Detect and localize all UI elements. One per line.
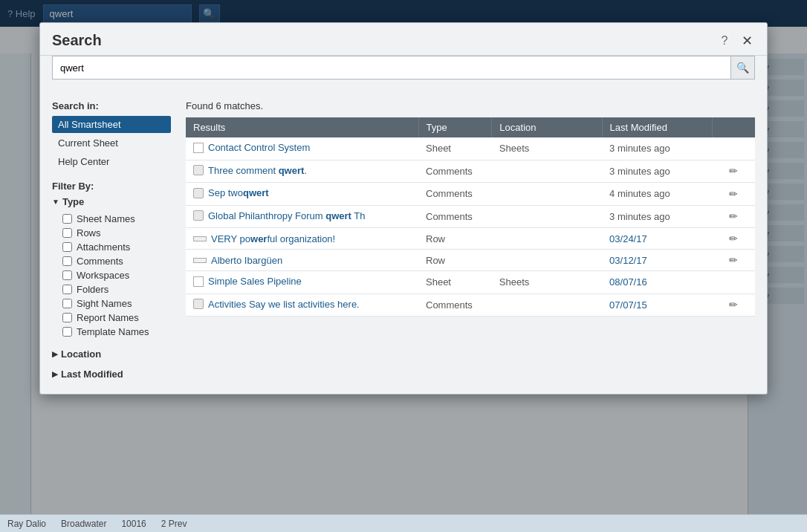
location-cell [492,228,602,250]
result-link[interactable]: Three comment qwert. [208,165,307,176]
checkbox-sheet-names[interactable] [62,214,72,224]
search-in-all-smartsheet[interactable]: All Smartsheet [52,116,171,133]
type-cell: Comments [418,205,492,228]
checkbox-report-names[interactable] [62,313,72,322]
filter-sheet-names[interactable]: Sheet Names [52,212,171,226]
action-cell[interactable]: ✏ [712,205,755,228]
filter-attachments[interactable]: Attachments [52,240,171,254]
table-row: Contact Control System Sheet Sheets 3 mi… [186,137,755,160]
date-cell: 07/07/15 [602,293,712,317]
search-in-current-sheet[interactable]: Current Sheet [52,134,171,152]
action-cell[interactable]: ✏ [712,293,755,317]
location-cell: Sheets [492,137,602,160]
sight-names-label: Sight Names [77,298,132,309]
modal-help-button[interactable]: ? [716,33,733,49]
edit-button[interactable]: ✏ [729,299,738,311]
result-cell: Three comment qwert. [186,160,418,183]
date-cell: 03/24/17 [602,228,712,250]
row-icon [193,236,207,241]
filter-location-header[interactable]: ▶ Location [52,346,171,362]
result-link[interactable]: Sep twoqwert [208,187,269,198]
bottom-name: Ray Dalio [7,519,46,529]
action-cell [712,271,755,294]
type-cell: Sheet [418,137,492,160]
results-panel: Found 6 matches. Results Type Location L… [186,100,755,382]
edit-button[interactable]: ✏ [729,188,738,200]
location-cell [492,293,602,317]
checkbox-rows[interactable] [62,228,72,238]
location-cell [492,160,602,183]
filter-type-header[interactable]: ▼ Type [52,196,171,207]
date-cell: 08/07/16 [602,271,712,294]
modal-close-button[interactable]: ✕ [739,33,755,49]
checkbox-sight-names[interactable] [62,299,72,308]
col-header-results: Results [186,117,418,137]
filter-folders[interactable]: Folders [52,282,171,296]
type-cell: Row [418,228,492,250]
sheet-icon [193,276,204,287]
result-cell: Simple Sales Pipeline [186,271,418,294]
date-cell: 3 minutes ago [602,137,712,160]
filter-type-items: Sheet Names Rows Attachments Comments [52,212,171,339]
checkbox-workspaces[interactable] [62,270,72,280]
checkbox-comments[interactable] [62,256,72,266]
type-cell: Sheet [418,271,492,294]
type-cell: Comments [418,293,492,317]
checkbox-folders[interactable] [62,285,72,294]
modal-overlay: Search ? ✕ 🔍 Search in: All Smartsheet C… [0,0,807,532]
result-link[interactable]: Alberto Ibargüen [211,255,282,266]
search-icon: 🔍 [736,62,749,74]
action-cell[interactable]: ✏ [712,183,755,206]
filter-template-names[interactable]: Template Names [52,325,171,339]
row-icon [193,258,207,263]
action-cell[interactable]: ✏ [712,250,755,271]
template-names-label: Template Names [77,326,149,337]
filter-workspaces[interactable]: Workspaces [52,268,171,282]
filter-rows[interactable]: Rows [52,226,171,240]
edit-button[interactable]: ✏ [729,165,738,177]
table-row: VERY powerful organization! Row 03/24/17… [186,228,755,250]
type-cell: Comments [418,183,492,206]
location-cell [492,183,602,206]
bottom-code: 10016 [121,519,146,529]
attachments-label: Attachments [77,241,130,253]
result-link[interactable]: VERY powerful organization! [211,233,335,244]
type-cell: Row [418,250,492,271]
result-link[interactable]: Activities Say we list activities here. [208,299,360,310]
search-in-help-center[interactable]: Help Center [52,153,171,170]
workspaces-label: Workspaces [77,270,129,281]
result-cell: Contact Control System [186,137,418,160]
comments-label: Comments [77,256,123,267]
date-cell: 3 minutes ago [602,205,712,228]
table-row: Alberto Ibargüen Row 03/12/17 ✏ [186,250,755,271]
action-cell[interactable]: ✏ [712,228,755,250]
col-header-last-modified: Last Modified [602,117,712,137]
result-link[interactable]: Global Philanthropy Forum qwert Th [208,210,365,221]
checkbox-template-names[interactable] [62,327,72,337]
search-input[interactable] [52,56,731,80]
type-cell: Comments [418,160,492,183]
folders-label: Folders [77,284,108,295]
result-link[interactable]: Contact Control System [208,142,310,153]
edit-button[interactable]: ✏ [729,210,738,222]
filter-last-modified-header[interactable]: ▶ Last Modified [52,366,171,382]
table-row: Three comment qwert. Comments 3 minutes … [186,160,755,183]
filter-report-names[interactable]: Report Names [52,311,171,325]
comment-icon [193,188,204,198]
filter-sight-names[interactable]: Sight Names [52,296,171,311]
edit-button[interactable]: ✏ [729,233,738,244]
table-row: Activities Say we list activities here. … [186,293,755,317]
search-submit-button[interactable]: 🔍 [731,56,755,80]
type-arrow-icon: ▼ [52,198,59,206]
result-link[interactable]: Simple Sales Pipeline [208,276,302,287]
edit-button[interactable]: ✏ [729,254,738,266]
table-row: Sep twoqwert Comments 4 minutes ago ✏ [186,183,755,206]
sheet-icon [193,143,204,153]
left-panel: Search in: All Smartsheet Current Sheet … [52,100,171,382]
action-cell[interactable]: ✏ [712,160,755,183]
location-cell [492,250,602,271]
result-cell: Alberto Ibargüen [186,250,418,271]
filter-comments[interactable]: Comments [52,254,171,268]
date-cell: 03/12/17 [602,250,712,271]
checkbox-attachments[interactable] [62,242,72,252]
